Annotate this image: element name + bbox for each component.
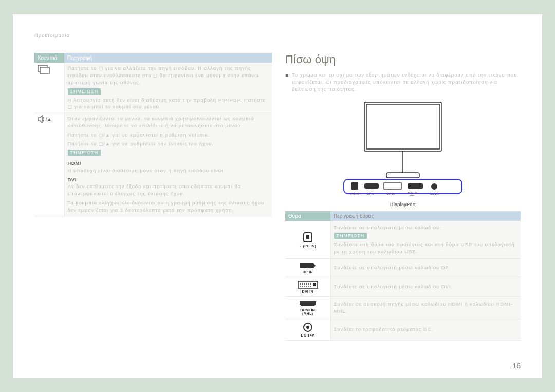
svg-point-26 — [306, 283, 307, 284]
right-column: Πίσω όψη ◼ Το χρώμα και το σχήμα των εξα… — [285, 53, 521, 341]
table-row: DVI IN Συνδέετε σε υπολογιστή μέσω καλωδ… — [285, 277, 521, 296]
volume-up-icon: /▲ — [38, 115, 61, 123]
svg-point-33 — [308, 284, 309, 285]
dpin-text: Συνδέετε σε υπολογιστή μέσω καλωδίου DP. — [334, 264, 518, 271]
svg-point-32 — [306, 284, 307, 285]
hdmi-port-icon — [299, 300, 317, 307]
page-number: 16 — [512, 362, 521, 370]
two-column-layout: Κουμπιά Περιγραφή Πατήστε το ◻ για να αλ… — [34, 53, 521, 341]
svg-text:DP IN: DP IN — [367, 192, 375, 195]
svg-rect-41 — [313, 283, 316, 286]
svg-point-23 — [300, 283, 301, 284]
port-header-port: Θύρα — [285, 211, 330, 221]
table-row: /▲ Όταν εμφανίζονται τα μενού, τα κουμπι… — [34, 113, 272, 216]
controls-header-buttons: Κουμπιά — [34, 53, 64, 63]
dvi-port-icon — [298, 281, 318, 289]
controls-header-desc: Περιγραφή — [64, 53, 272, 63]
table-row: HDMI IN(MHL) Συνδέει σε συσκευή πηγής μέ… — [285, 296, 521, 319]
table-row: DC 14V Συνδέει το τροφοδοτικό ρεύματος D… — [285, 319, 521, 340]
svg-rect-1 — [40, 67, 49, 73]
port-label-dviin: DVI IN — [302, 290, 313, 293]
svg-rect-9 — [351, 182, 358, 190]
svg-point-24 — [302, 283, 303, 284]
svg-point-27 — [308, 283, 309, 284]
svg-text:/▲: /▲ — [46, 117, 51, 122]
displayport-label: DisplayPort — [390, 202, 416, 207]
usb-port-icon — [302, 232, 314, 243]
svg-rect-8 — [344, 179, 462, 194]
svg-point-43 — [306, 326, 309, 329]
svg-point-40 — [310, 286, 311, 287]
row2-line3: Πατήστε το ◻/▲ για να ρυθμίσετε την έντα… — [68, 140, 269, 147]
svg-text:←(PC IN): ←(PC IN) — [348, 192, 359, 195]
dc-text: Συνδέει το τροφοδοτικό ρεύματος DC. — [334, 326, 518, 333]
svg-rect-4 — [364, 102, 441, 151]
row1-note: Η λειτουργία αυτή δεν είναι διαθέσιμη κα… — [68, 97, 269, 111]
svg-rect-5 — [366, 104, 439, 149]
table-row: DP IN Συνδέετε σε υπολογιστή μέσω καλωδί… — [285, 258, 521, 277]
monitor-rear-diagram: ←(PC IN) DP IN DVI IN HDMI IN (MHL) DC 1… — [334, 98, 472, 196]
hdmi-label: HDMI — [68, 160, 81, 166]
dc-port-icon — [303, 322, 313, 332]
dvi-label: DVI — [68, 177, 77, 182]
svg-rect-12 — [408, 183, 423, 189]
table-row: Πατήστε το ◻ για να αλλάξετε την πηγή ει… — [34, 63, 272, 113]
svg-text:DVI IN: DVI IN — [387, 192, 395, 195]
svg-point-37 — [304, 286, 305, 287]
note-tag: ΣΗΜΕΙΩΣΗ — [334, 233, 367, 239]
svg-point-13 — [431, 183, 437, 190]
svg-point-31 — [304, 284, 305, 285]
row2-note3: Τα κουμπιά ελέγχου κλειδώνονται αν η γρα… — [68, 199, 269, 214]
svg-point-28 — [310, 283, 311, 284]
dp-port-icon — [299, 262, 317, 269]
document-page: Προετοιμασία Κουμπιά Περιγραφή — [13, 14, 542, 378]
row2-note1-tail: Η υποδοχή είναι διαθέσιμη μόνο όταν η πη… — [68, 167, 224, 173]
port-label-dc14v: DC 14V — [301, 333, 314, 337]
row2-note2-tail: Αν δεν επιθυμείτε την έξοδο και πατήσετε… — [68, 183, 242, 196]
dviin-text: Συνδέετε σε υπολογιστή μέσω καλωδίου DVI… — [334, 283, 518, 290]
rear-view-heading: Πίσω όψη — [285, 53, 521, 66]
svg-rect-11 — [384, 183, 401, 189]
note-tag: ΣΗΜΕΙΩΣΗ — [68, 88, 101, 95]
port-header-desc: Περιγραφή θύρας — [330, 211, 521, 221]
note-tag: ΣΗΜΕΙΩΣΗ — [68, 150, 101, 156]
svg-point-39 — [308, 286, 309, 287]
svg-point-35 — [300, 286, 301, 287]
svg-point-36 — [302, 286, 303, 287]
breadcrumb: Προετοιμασία — [34, 32, 521, 39]
svg-text:DC 14V: DC 14V — [430, 192, 439, 195]
row2-line2: Πατήστε το ◻/▲ για να εμφανιστεί η ρύθμι… — [68, 132, 269, 139]
port-label-hdmiin: HDMI IN(MHL) — [300, 308, 315, 315]
svg-rect-10 — [364, 183, 379, 189]
svg-text:(MHL): (MHL) — [410, 194, 416, 196]
bullet-icon: ◼ — [285, 72, 289, 92]
ports-table: Θύρα Περιγραφή θύρας ←(PC IN) Συ — [285, 211, 521, 341]
pcin-note: Συνδέστε στη θύρα του προϊόντος και στη … — [334, 241, 518, 255]
svg-point-38 — [306, 286, 307, 287]
port-label-dpin: DP IN — [303, 270, 313, 274]
source-icon — [38, 65, 61, 75]
hdmiin-text: Συνδέει σε συσκευή πηγής μέσω καλωδίου H… — [334, 301, 518, 315]
svg-point-30 — [302, 284, 303, 285]
svg-point-25 — [304, 283, 305, 284]
controls-table: Κουμπιά Περιγραφή Πατήστε το ◻ για να αλ… — [34, 53, 272, 216]
left-column: Κουμπιά Περιγραφή Πατήστε το ◻ για να αλ… — [34, 53, 272, 341]
table-row: ←(PC IN) Συνδέετε σε υπολογιστή μέσω καλ… — [285, 221, 521, 259]
rear-view-intro: ◼ Το χρώμα και το σχήμα των εξαρτημάτων … — [285, 71, 521, 92]
svg-marker-2 — [38, 116, 42, 123]
svg-point-29 — [300, 284, 301, 285]
row2-line1: Όταν εμφανίζονται τα μενού, τα κουμπιά χ… — [68, 115, 269, 129]
svg-rect-21 — [306, 235, 309, 239]
svg-rect-7 — [386, 173, 419, 178]
pcin-text: Συνδέετε σε υπολογιστή μέσω καλωδίου. — [334, 224, 518, 231]
port-label-pcin: ←(PC IN) — [299, 244, 316, 248]
row1-text: Πατήστε το ◻ για να αλλάξετε την πηγή ει… — [68, 65, 269, 86]
svg-point-34 — [310, 284, 311, 285]
